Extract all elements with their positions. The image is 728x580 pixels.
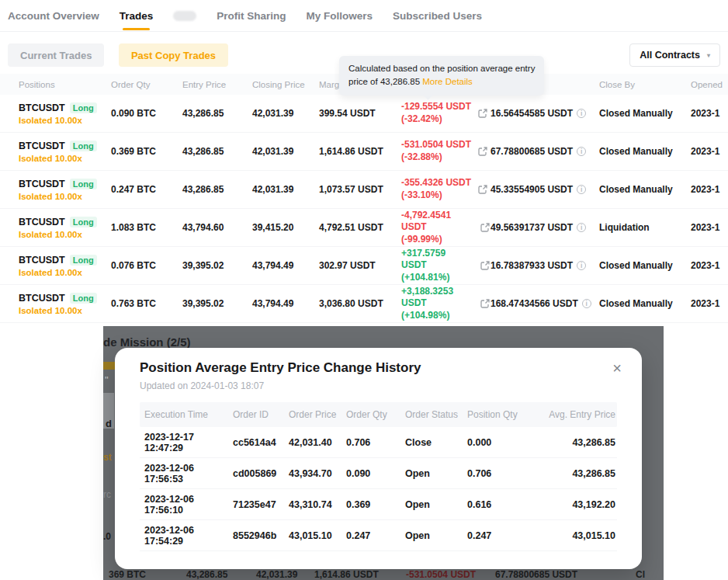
dimmed-cell: 1,614.86 USDT bbox=[314, 569, 379, 580]
dimmed-quote-fragment: " bbox=[105, 374, 109, 386]
contracts-dropdown[interactable]: All Contracts ▾ bbox=[629, 43, 720, 67]
info-icon[interactable]: i bbox=[577, 147, 586, 156]
modal-table-header: Execution Time Order ID Order Price Orde… bbox=[140, 402, 617, 427]
dimmed-cell: 67.78800685 USDT bbox=[495, 569, 577, 580]
entry-price: 43,286.85 bbox=[182, 108, 252, 119]
dimmed-text-fragment: st bbox=[103, 452, 112, 463]
external-link-icon[interactable] bbox=[480, 298, 491, 309]
col-avg-entry-price: Avg. Entry Price bbox=[536, 409, 617, 420]
order-qty: 0.369 BTC bbox=[111, 146, 182, 157]
tooltip-line2: price of 43,286.85 More Details bbox=[348, 75, 535, 89]
side-badge: Long bbox=[70, 179, 97, 189]
pnl-cell: -129.5554 USDT(-32.42%) bbox=[401, 101, 491, 125]
fee-cell: 45.33554905 USDTi bbox=[491, 184, 599, 195]
more-details-link[interactable]: More Details bbox=[422, 77, 473, 86]
col-opened: Opened bbox=[691, 80, 728, 89]
opened-time: 2023-1 bbox=[691, 260, 728, 271]
positions-cell: BTCUSDTLong Isolated 10.00x bbox=[19, 102, 111, 125]
col-order-id: Order ID bbox=[233, 409, 289, 420]
position-qty: 0.616 bbox=[467, 499, 536, 510]
fee-cell: 49.56391737 USDTi bbox=[491, 222, 599, 233]
order-qty: 0.090 BTC bbox=[111, 108, 182, 119]
page: Account Overview Trades Profit Sharing M… bbox=[0, 0, 728, 580]
external-link-icon[interactable] bbox=[480, 260, 491, 271]
fee-cell: 67.78800685 USDTi bbox=[491, 146, 599, 157]
info-icon[interactable]: i bbox=[577, 185, 586, 194]
symbol: BTCUSDT bbox=[19, 255, 65, 266]
order-qty: 0.076 BTC bbox=[111, 260, 182, 271]
tab-subscribed-users[interactable]: Subscribed Users bbox=[393, 10, 482, 22]
order-status: Open bbox=[405, 499, 467, 510]
symbol: BTCUSDT bbox=[19, 102, 65, 113]
current-trades-button[interactable]: Current Trades bbox=[8, 43, 104, 67]
order-qty: 0.247 BTC bbox=[111, 184, 182, 195]
roi-value: (-32.88%) bbox=[401, 151, 471, 164]
dimmed-cell: -531.0504 USDT bbox=[406, 569, 476, 580]
tab-trades[interactable]: Trades bbox=[120, 10, 154, 22]
margin-mode: Isolated 10.00x bbox=[19, 268, 111, 277]
order-qty: 0.247 bbox=[346, 530, 405, 541]
dimmed-gold-bar bbox=[103, 362, 115, 370]
close-by: Closed Manually bbox=[599, 298, 691, 309]
tab-account-overview[interactable]: Account Overview bbox=[8, 10, 99, 22]
margin: 1,614.86 USDT bbox=[319, 146, 401, 157]
entry-price-history-modal: Position Average Entry Price Change Hist… bbox=[115, 348, 642, 569]
pnl-cell: -355.4326 USDT(-33.10%) bbox=[401, 177, 491, 201]
modal-updated-timestamp: Updated on 2024-01-03 18:07 bbox=[140, 380, 617, 391]
tab-my-followers[interactable]: My Followers bbox=[307, 10, 373, 22]
opened-time: 2023-1 bbox=[691, 298, 728, 309]
tab-profit-sharing[interactable]: Profit Sharing bbox=[217, 10, 286, 22]
entry-price-tooltip: Calculated based on the position average… bbox=[339, 56, 544, 96]
dimmed-cell: 42,031.39 bbox=[256, 569, 297, 580]
entry-price: 39,395.02 bbox=[182, 260, 252, 271]
order-id: cc5614a4 bbox=[233, 437, 289, 448]
col-order-price: Order Price bbox=[289, 409, 346, 420]
avg-entry-price: 43,286.85 bbox=[536, 468, 617, 479]
pnl-cell: +3,188.3253 USDT(+104.98%) bbox=[401, 286, 491, 322]
pnl-value: +3,188.3253 USDT bbox=[401, 286, 473, 310]
info-icon[interactable]: i bbox=[577, 261, 586, 270]
positions-cell: BTCUSDTLong Isolated 10.00x bbox=[19, 293, 111, 315]
info-icon[interactable]: i bbox=[577, 109, 586, 118]
external-link-icon[interactable] bbox=[477, 146, 488, 157]
modal-table: Execution Time Order ID Order Price Orde… bbox=[140, 402, 617, 551]
margin: 1,073.57 USDT bbox=[319, 184, 401, 195]
dimmed-text-fragment: rc bbox=[103, 489, 111, 500]
close-by: Closed Manually bbox=[599, 146, 691, 157]
table-row: BTCUSDTLong Isolated 10.00x 0.090 BTC 43… bbox=[0, 95, 728, 133]
execution-time: 2023-12-06 17:54:29 bbox=[140, 525, 233, 547]
margin-mode: Isolated 10.00x bbox=[19, 192, 111, 201]
opened-time: 2023-1 bbox=[691, 108, 728, 119]
dimmed-heading-fragment: de Mission (2/5) bbox=[103, 335, 191, 349]
blurred-badge bbox=[173, 11, 196, 21]
entry-price: 43,286.85 bbox=[182, 146, 252, 157]
table-row: BTCUSDTLong Isolated 10.00x 1.083 BTC 43… bbox=[0, 209, 728, 247]
order-status: Close bbox=[405, 437, 467, 448]
col-order-qty: Order Qty bbox=[111, 80, 182, 89]
order-status: Open bbox=[405, 530, 467, 541]
roi-value: (-99.99%) bbox=[401, 234, 473, 246]
execution-time: 2023-12-17 12:47:29 bbox=[140, 432, 233, 453]
pnl-value: -129.5554 USDT bbox=[401, 101, 471, 113]
order-qty: 0.763 BTC bbox=[111, 298, 182, 309]
external-link-icon[interactable] bbox=[477, 108, 488, 119]
table-row: BTCUSDTLong Isolated 10.00x 0.076 BTC 39… bbox=[0, 247, 728, 285]
modal-table-row: 2023-12-06 17:54:29 8552946b 43,015.10 0… bbox=[140, 520, 617, 551]
margin-mode: Isolated 10.00x bbox=[19, 116, 111, 125]
modal-table-row: 2023-12-06 17:56:10 71235e47 43,310.74 0… bbox=[140, 489, 617, 520]
fee-value: 49.56391737 USDT bbox=[491, 222, 573, 233]
info-icon[interactable]: i bbox=[582, 299, 591, 308]
external-link-icon[interactable] bbox=[477, 184, 488, 195]
order-price: 42,031.40 bbox=[289, 437, 346, 448]
order-price: 43,015.10 bbox=[289, 530, 346, 541]
info-icon[interactable]: i bbox=[577, 223, 586, 232]
positions-cell: BTCUSDTLong Isolated 10.00x bbox=[19, 179, 111, 201]
roi-value: (+104.81%) bbox=[401, 272, 473, 284]
dimmed-text-fragment: d bbox=[106, 418, 112, 429]
avg-entry-price: 43,015.10 bbox=[536, 530, 617, 541]
external-link-icon[interactable] bbox=[480, 222, 491, 233]
close-by: Liquidation bbox=[599, 222, 691, 233]
past-copy-trades-button[interactable]: Past Copy Trades bbox=[119, 43, 228, 67]
order-price: 43,310.74 bbox=[289, 499, 346, 510]
close-icon[interactable]: × bbox=[612, 360, 622, 376]
